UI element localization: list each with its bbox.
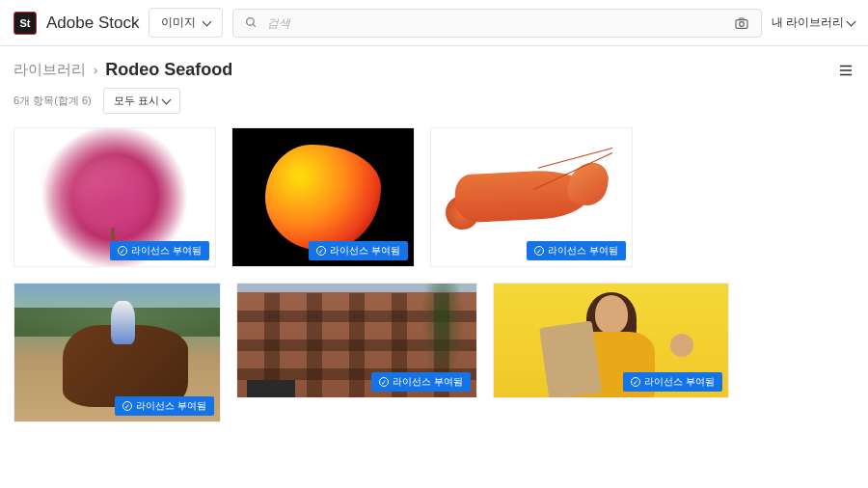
view-filter-label: 모두 표시 [114, 94, 159, 108]
view-filter-select[interactable]: 모두 표시 [103, 88, 180, 114]
page-title: Rodeo Seafood [105, 60, 232, 80]
license-badge-text: 라이선스 부여됨 [393, 375, 463, 389]
license-badge: ✓ 라이선스 부여됨 [115, 396, 214, 416]
asset-card[interactable]: ✓ 라이선스 부여됨 [236, 283, 477, 398]
camera-icon[interactable] [734, 15, 749, 31]
license-badge: ✓ 라이선스 부여됨 [110, 241, 209, 260]
check-circle-icon: ✓ [534, 246, 544, 256]
breadcrumb-separator: › [94, 63, 97, 77]
license-badge: ✓ 라이선스 부여됨 [309, 241, 408, 260]
item-count: 6개 항목(합계 6) [14, 94, 92, 108]
asset-card[interactable]: ✓ 라이선스 부여됨 [231, 127, 415, 267]
check-circle-icon: ✓ [631, 377, 640, 387]
asset-type-label: 이미지 [161, 14, 196, 31]
asset-grid: ✓ 라이선스 부여됨 ✓ 라이선스 부여됨 ✓ 라이선스 부여됨 ✓ 라이선스 … [0, 123, 868, 426]
license-badge-text: 라이선스 부여됨 [136, 399, 206, 413]
brand-logo[interactable]: St Adobe Stock [14, 12, 139, 35]
check-circle-icon: ✓ [316, 246, 326, 256]
breadcrumb-parent[interactable]: 라이브러리 [14, 61, 86, 79]
my-library-link[interactable]: 내 라이브러리 [772, 14, 854, 31]
breadcrumb: 라이브러리 › Rodeo Seafood [14, 60, 232, 80]
chevron-down-icon [161, 95, 171, 105]
check-circle-icon: ✓ [118, 246, 127, 256]
license-badge-text: 라이선스 부여됨 [131, 244, 202, 258]
asset-card[interactable]: ✓ 라이선스 부여됨 [14, 127, 216, 267]
license-badge: ✓ 라이선스 부여됨 [623, 372, 722, 392]
svg-rect-2 [736, 19, 747, 28]
asset-card[interactable]: ✓ 라이선스 부여됨 [430, 127, 633, 267]
my-library-label: 내 라이브러리 [772, 14, 844, 31]
asset-card[interactable]: ✓ 라이선스 부여됨 [493, 283, 729, 398]
license-badge-text: 라이선스 부여됨 [644, 375, 715, 389]
chevron-down-icon [203, 17, 212, 27]
menu-icon[interactable] [837, 62, 854, 79]
subheader: 라이브러리 › Rodeo Seafood 6개 항목(합계 6) 모두 표시 [0, 46, 868, 123]
license-badge-text: 라이선스 부여됨 [548, 244, 618, 258]
top-header: St Adobe Stock 이미지 내 라이브러리 [0, 0, 868, 46]
svg-point-0 [247, 18, 255, 26]
license-badge: ✓ 라이선스 부여됨 [371, 372, 471, 392]
license-badge: ✓ 라이선스 부여됨 [527, 241, 626, 260]
check-circle-icon: ✓ [379, 377, 389, 387]
license-badge-text: 라이선스 부여됨 [330, 244, 400, 258]
check-circle-icon: ✓ [122, 401, 132, 411]
asset-card[interactable]: ✓ 라이선스 부여됨 [14, 283, 221, 422]
brand-name: Adobe Stock [46, 14, 139, 33]
search-input[interactable] [267, 16, 723, 30]
search-icon [245, 16, 258, 29]
svg-point-3 [739, 21, 744, 26]
search-box[interactable] [232, 9, 761, 38]
chevron-down-icon [847, 17, 856, 27]
adobe-stock-icon: St [14, 12, 37, 35]
svg-line-1 [254, 24, 257, 27]
asset-type-select[interactable]: 이미지 [149, 8, 223, 38]
